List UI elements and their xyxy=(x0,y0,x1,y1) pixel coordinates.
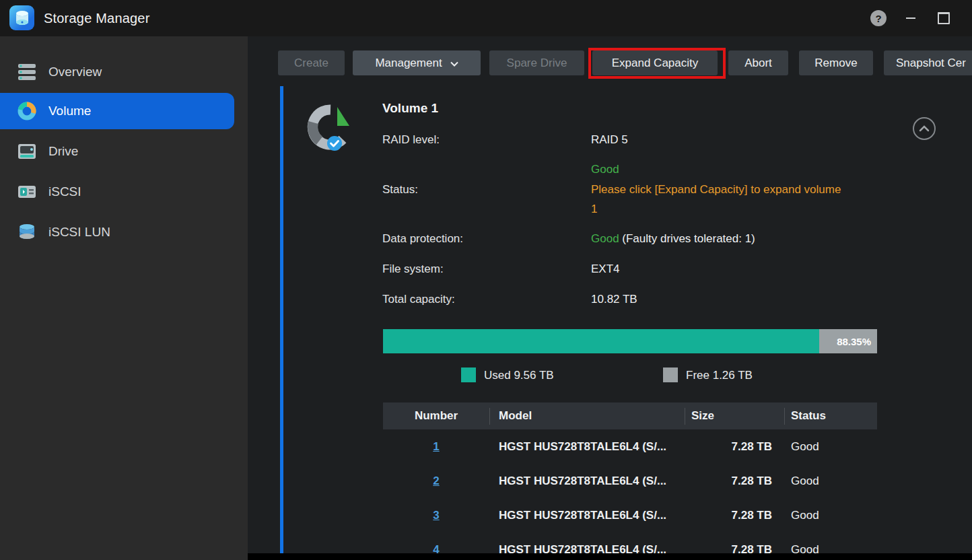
volume-title: Volume 1 xyxy=(382,101,438,116)
storage-manager-window: Storage Manager Overview xyxy=(0,0,972,560)
data-protection-value: Good (Faulty drives tolerated: 1) xyxy=(591,232,755,246)
drive-table: Number Model Size Status 1 HGST HUS728T8… xyxy=(383,403,877,560)
header-separator xyxy=(784,408,785,425)
chevron-up-icon xyxy=(919,124,930,134)
management-dropdown-button[interactable]: Management xyxy=(353,50,481,75)
raid-level-value: RAID 5 xyxy=(591,133,628,147)
table-row[interactable]: 1 HGST HUS728T8TALE6L4 (S/... 7.28 TB Go… xyxy=(383,429,877,464)
drive-status: Good xyxy=(784,440,877,454)
used-legend-swatch xyxy=(461,368,476,382)
file-system-label: File system: xyxy=(382,262,444,276)
volume-status-icon xyxy=(304,100,357,154)
data-protection-label: Data protection: xyxy=(382,232,463,246)
total-capacity-value: 10.82 TB xyxy=(591,293,637,306)
collapse-panel-button[interactable] xyxy=(913,117,936,140)
sidebar-item-label: iSCSI xyxy=(48,184,81,199)
abort-button[interactable]: Abort xyxy=(728,50,788,75)
disk-stack-icon xyxy=(15,10,30,26)
volume-icon xyxy=(16,100,38,122)
free-legend-swatch xyxy=(663,368,678,382)
column-header-size: Size xyxy=(685,409,784,423)
sidebar-item-label: Volume xyxy=(48,104,91,118)
usage-percent-label: 88.35% xyxy=(837,329,871,353)
drive-number-link[interactable]: 3 xyxy=(433,509,439,522)
restore-window-icon[interactable] xyxy=(935,9,952,27)
usage-bar: 88.35% xyxy=(383,329,877,353)
drive-number-link[interactable]: 1 xyxy=(433,440,439,453)
expand-capacity-button[interactable]: Expand Capacity xyxy=(592,50,718,75)
sidebar-item-iscsi-lun[interactable]: iSCSI LUN xyxy=(0,214,234,250)
drive-size: 7.28 TB xyxy=(685,509,784,522)
spare-drive-button[interactable]: Spare Drive xyxy=(489,50,584,75)
column-header-model: Model xyxy=(489,409,685,423)
status-label: Status: xyxy=(382,183,418,197)
window-title: Storage Manager xyxy=(44,0,150,36)
help-icon[interactable] xyxy=(870,10,887,26)
column-header-status: Status xyxy=(784,409,877,423)
window-bottom-strip xyxy=(248,553,972,560)
used-legend-label: Used 9.56 TB xyxy=(484,369,554,382)
drive-size: 7.28 TB xyxy=(685,475,784,488)
column-header-number: Number xyxy=(383,409,489,423)
titlebar: Storage Manager xyxy=(0,0,972,36)
header-separator xyxy=(685,408,685,425)
drive-icon xyxy=(16,141,38,162)
table-row[interactable]: 3 HGST HUS728T8TALE6L4 (S/... 7.28 TB Go… xyxy=(383,498,877,532)
status-warning-line1: Please click [Expand Capacity] to expand… xyxy=(591,183,880,197)
usage-bar-fill xyxy=(383,329,819,353)
remove-button[interactable]: Remove xyxy=(799,50,873,75)
chevron-down-icon xyxy=(450,57,458,70)
create-button[interactable]: Create xyxy=(278,50,345,75)
drive-status: Good xyxy=(784,509,877,522)
storage-manager-app-icon xyxy=(9,5,34,30)
sidebar-item-iscsi[interactable]: iSCSI xyxy=(0,174,234,210)
sidebar: Overview Volume Drive xyxy=(0,36,248,560)
total-capacity-label: Total capacity: xyxy=(382,293,455,306)
raid-level-label: RAID level: xyxy=(382,133,440,147)
free-legend-label: Free 1.26 TB xyxy=(686,369,753,382)
data-protection-detail: (Faulty drives tolerated: 1) xyxy=(619,232,755,245)
management-label: Management xyxy=(375,57,442,70)
drive-model: HGST HUS728T8TALE6L4 (S/... xyxy=(489,509,685,522)
snapshot-button[interactable]: Snapshot Cer xyxy=(884,50,972,75)
sidebar-item-volume[interactable]: Volume xyxy=(0,93,234,129)
file-system-value: EXT4 xyxy=(591,262,620,276)
sidebar-item-label: Drive xyxy=(48,144,78,159)
drive-model: HGST HUS728T8TALE6L4 (S/... xyxy=(489,440,685,454)
panel-accent-bar xyxy=(280,86,283,553)
sidebar-item-drive[interactable]: Drive xyxy=(0,133,234,170)
iscsi-icon xyxy=(16,181,38,203)
minimize-icon[interactable] xyxy=(902,9,919,27)
data-protection-good: Good xyxy=(591,232,619,245)
header-separator xyxy=(489,408,490,425)
iscsi-lun-icon xyxy=(16,221,38,243)
status-good-value: Good xyxy=(591,163,619,176)
drive-number-link[interactable]: 2 xyxy=(433,475,439,487)
table-row[interactable]: 2 HGST HUS728T8TALE6L4 (S/... 7.28 TB Go… xyxy=(383,464,877,498)
sidebar-item-label: iSCSI LUN xyxy=(48,225,110,240)
drive-status: Good xyxy=(784,475,877,488)
overview-icon xyxy=(16,61,38,83)
status-warning-line2: 1 xyxy=(591,203,597,216)
drive-table-header: Number Model Size Status xyxy=(383,403,877,429)
sidebar-item-label: Overview xyxy=(48,65,102,79)
drive-size: 7.28 TB xyxy=(685,440,784,454)
sidebar-item-overview[interactable]: Overview xyxy=(0,54,234,90)
drive-model: HGST HUS728T8TALE6L4 (S/... xyxy=(489,475,685,488)
close-icon[interactable] xyxy=(967,9,972,27)
